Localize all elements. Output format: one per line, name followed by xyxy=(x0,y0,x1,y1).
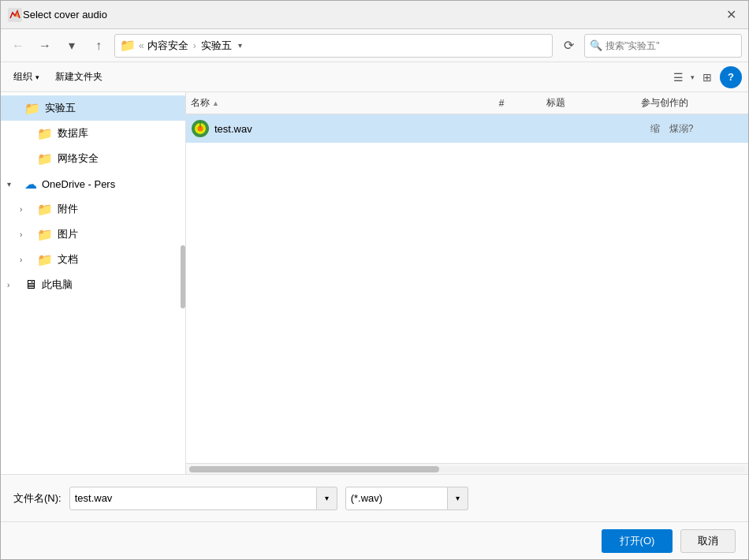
file-list: test.wav 缩 煤溺? xyxy=(186,114,748,463)
hscroll-thumb xyxy=(189,466,439,472)
sidebar-item-label: 此电脑 xyxy=(42,278,73,292)
sidebar-item-onedrive[interactable]: ▾ ☁ OneDrive - Pers xyxy=(1,171,185,196)
sidebar-folder-icon: 📁 xyxy=(24,101,40,116)
column-header-contrib[interactable]: 参与创作的 xyxy=(641,96,743,110)
sidebar-item-文档[interactable]: › 📁 文档 xyxy=(1,247,185,272)
search-icon: 🔍 xyxy=(590,39,602,51)
dropdown-nav-button[interactable]: ▾ xyxy=(61,35,83,57)
sidebar-item-网络安全[interactable]: 📁 网络安全 xyxy=(1,146,185,171)
view-menu-chevron-icon: ▾ xyxy=(691,73,695,81)
address-bar[interactable]: 📁 « 内容安全 › 实验五 ▾ xyxy=(114,34,553,58)
column-header-title[interactable]: 标题 xyxy=(546,96,641,110)
sidebar-item-label: 文档 xyxy=(58,252,78,267)
title-bar: Select cover audio ✕ xyxy=(1,1,748,29)
sidebar-item-实验五[interactable]: 📁 实验五 xyxy=(1,95,185,121)
content-area: 📁 实验五 📁 数据库 📁 网络安全 ▾ xyxy=(1,92,748,474)
new-folder-button[interactable]: 新建文件夹 xyxy=(49,66,109,88)
search-input[interactable] xyxy=(606,40,736,51)
sidebar-item-label: OneDrive - Pers xyxy=(42,178,115,190)
file-column-headers: 名称 ▲ # 标题 参与创作的 xyxy=(186,92,748,114)
dialog-window: Select cover audio ✕ ← → ▾ ↑ 📁 « 内容安全 › … xyxy=(0,0,749,560)
open-button[interactable]: 打开(O) xyxy=(602,529,673,553)
sidebar-item-label: 图片 xyxy=(58,227,78,241)
column-sort-arrow-icon: ▲ xyxy=(212,99,219,107)
back-button[interactable]: ← xyxy=(7,35,29,57)
sidebar: 📁 实验五 📁 数据库 📁 网络安全 ▾ xyxy=(1,92,186,474)
sidebar-expand-arrow: › xyxy=(20,256,32,264)
filetype-select[interactable]: (*.wav) xyxy=(345,487,448,510)
cancel-button[interactable]: 取消 xyxy=(680,529,736,553)
sidebar-item-图片[interactable]: › 📁 图片 xyxy=(1,222,185,247)
file-area: 名称 ▲ # 标题 参与创作的 xyxy=(186,92,748,474)
help-button[interactable]: ? xyxy=(720,66,742,88)
refresh-button[interactable]: ⟳ xyxy=(557,35,579,57)
sidebar-expand-arrow: › xyxy=(7,281,20,289)
sidebar-folder-icon: 📁 xyxy=(37,151,53,166)
search-bar[interactable]: 🔍 xyxy=(584,34,742,58)
organize-button[interactable]: 组织 ▾ xyxy=(7,66,46,88)
sidebar-expand-arrow: › xyxy=(20,230,32,239)
view-menu-icon: ☰ xyxy=(673,71,684,84)
sidebar-scrollbar[interactable] xyxy=(180,92,186,474)
sidebar-item-label: 实验五 xyxy=(45,101,76,115)
filetype-value: (*.wav) xyxy=(351,492,382,504)
column-header-hash[interactable]: # xyxy=(499,98,546,109)
address-folder-icon: 📁 xyxy=(120,38,136,53)
columns-icon: ⊞ xyxy=(702,71,712,84)
sidebar-folder-icon: 📁 xyxy=(37,252,53,267)
close-button[interactable]: ✕ xyxy=(720,4,742,26)
horizontal-scrollbar[interactable] xyxy=(186,463,748,474)
sidebar-item-附件[interactable]: › 📁 附件 xyxy=(1,196,185,222)
sidebar-item-此电脑[interactable]: › 🖥 此电脑 xyxy=(1,272,185,297)
pc-icon: 🖥 xyxy=(24,278,37,292)
sidebar-expand-arrow: › xyxy=(20,205,32,214)
address-parent: 内容安全 xyxy=(147,39,188,53)
file-contrib: 缩 煤溺? xyxy=(650,122,743,136)
file-name: test.wav xyxy=(214,123,494,135)
address-chevron: ▾ xyxy=(238,41,242,50)
filename-label: 文件名(N): xyxy=(13,491,61,506)
dialog-title: Select cover audio xyxy=(23,9,720,21)
column-title-label: 标题 xyxy=(546,97,565,108)
hscroll-track xyxy=(189,466,745,472)
help-icon: ? xyxy=(728,71,734,83)
organize-chevron-icon: ▾ xyxy=(35,73,39,81)
forward-button[interactable]: → xyxy=(34,35,56,57)
column-contrib-label: 参与创作的 xyxy=(641,97,688,108)
view-controls: ☰ ▾ ⊞ ? xyxy=(667,66,742,88)
filename-input[interactable] xyxy=(69,487,317,510)
table-row[interactable]: test.wav 缩 煤溺? xyxy=(186,114,748,143)
new-folder-label: 新建文件夹 xyxy=(55,70,102,84)
sidebar-item-数据库[interactable]: 📁 数据库 xyxy=(1,121,185,146)
column-hash-label: # xyxy=(499,98,505,109)
address-separator: › xyxy=(193,40,196,51)
organize-label: 组织 xyxy=(13,70,32,84)
onedrive-cloud-icon: ☁ xyxy=(24,177,37,192)
sidebar-folder-icon: 📁 xyxy=(37,202,53,217)
view-menu-button[interactable]: ☰ xyxy=(667,66,689,88)
sidebar-folder-icon: 📁 xyxy=(37,227,53,242)
sidebar-item-label: 附件 xyxy=(58,202,78,216)
filetype-dropdown-button[interactable]: ▾ xyxy=(448,487,468,510)
address-current: 实验五 xyxy=(201,39,232,53)
sidebar-item-label: 数据库 xyxy=(58,126,88,140)
address-prefix: « xyxy=(139,40,144,51)
sidebar-wrapper: 📁 实验五 📁 数据库 📁 网络安全 ▾ xyxy=(1,92,186,474)
wav-file-icon xyxy=(191,119,210,138)
sidebar-collapse-icon: ▾ xyxy=(7,180,20,189)
action-buttons-bar: 打开(O) 取消 xyxy=(1,521,748,559)
filename-bar: 文件名(N): ▾ (*.wav) ▾ xyxy=(1,474,748,521)
navigation-toolbar: ← → ▾ ↑ 📁 « 内容安全 › 实验五 ▾ ⟳ 🔍 xyxy=(1,29,748,62)
actions-bar: 组织 ▾ 新建文件夹 ☰ ▾ ⊞ ? xyxy=(1,62,748,92)
matlab-logo-icon xyxy=(7,7,23,23)
sidebar-item-label: 网络安全 xyxy=(58,151,99,166)
up-button[interactable]: ↑ xyxy=(88,35,110,57)
sidebar-folder-icon: 📁 xyxy=(37,126,53,141)
column-name-label: 名称 xyxy=(191,96,210,110)
sidebar-scroll-thumb xyxy=(181,245,185,308)
columns-view-button[interactable]: ⊞ xyxy=(696,66,718,88)
column-header-name[interactable]: 名称 ▲ xyxy=(191,96,499,110)
filename-dropdown-button[interactable]: ▾ xyxy=(317,487,337,510)
